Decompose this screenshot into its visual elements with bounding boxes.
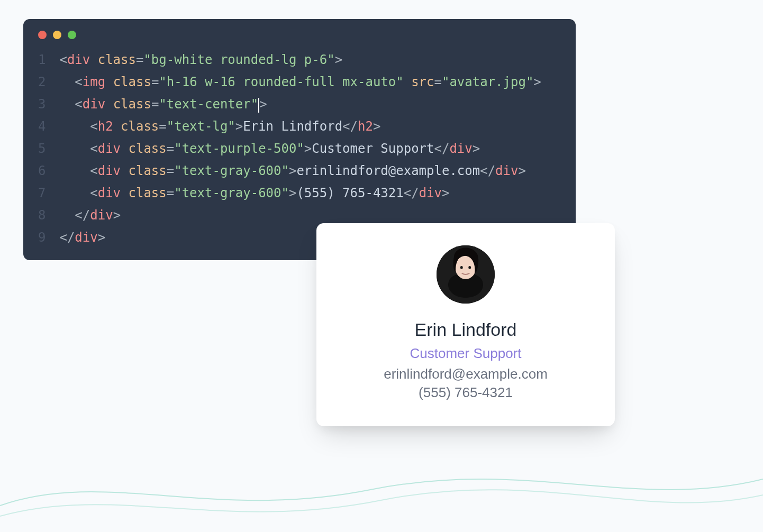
- code-line[interactable]: <div class="text-purple-500">Customer Su…: [59, 137, 541, 160]
- profile-card: Erin Lindford Customer Support erinlindf…: [316, 223, 615, 426]
- code-line[interactable]: <div class="text-gray-600">erinlindford@…: [59, 160, 541, 182]
- code-body[interactable]: <div class="bg-white rounded-lg p-6"> <i…: [59, 49, 541, 249]
- code-line[interactable]: <div class="text-center">: [59, 93, 541, 115]
- card-phone: (555) 765-4321: [332, 384, 599, 401]
- line-number: 6: [38, 160, 46, 182]
- svg-point-3: [468, 266, 471, 269]
- code-line[interactable]: <h2 class="text-lg">Erin Lindford</h2>: [59, 115, 541, 137]
- svg-point-2: [460, 266, 463, 269]
- maximize-icon[interactable]: [68, 31, 76, 39]
- line-number: 8: [38, 204, 46, 226]
- card-name: Erin Lindford: [332, 319, 599, 340]
- line-number: 2: [38, 71, 46, 93]
- card-role: Customer Support: [332, 345, 599, 362]
- line-number: 9: [38, 226, 46, 249]
- close-icon[interactable]: [38, 31, 47, 39]
- avatar: [437, 245, 495, 304]
- line-number-gutter: 123456789: [38, 49, 46, 249]
- minimize-icon[interactable]: [53, 31, 61, 39]
- line-number: 7: [38, 182, 46, 204]
- line-number: 4: [38, 115, 46, 137]
- wave-decoration: [0, 426, 763, 532]
- line-number: 1: [38, 49, 46, 71]
- code-line[interactable]: <img class="h-16 w-16 rounded-full mx-au…: [59, 71, 541, 93]
- line-number: 3: [38, 93, 46, 115]
- card-email: erinlindford@example.com: [332, 366, 599, 382]
- code-line[interactable]: <div class="text-gray-600">(555) 765-432…: [59, 182, 541, 204]
- traffic-light-buttons: [38, 31, 561, 39]
- code-line[interactable]: <div class="bg-white rounded-lg p-6">: [59, 49, 541, 71]
- line-number: 5: [38, 137, 46, 160]
